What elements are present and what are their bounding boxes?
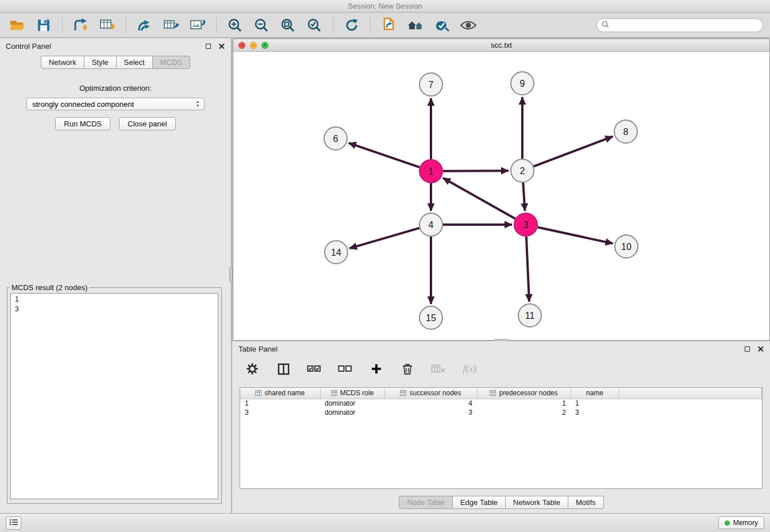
float-panel-icon[interactable] — [745, 346, 750, 352]
optimization-criterion-dropdown[interactable]: strongly connected component ▲▼ — [26, 98, 205, 110]
cell-mcds-role[interactable]: dominator — [320, 399, 384, 408]
deselect-all-icon[interactable] — [335, 360, 356, 378]
network-table-export-icon[interactable] — [161, 16, 182, 34]
add-icon[interactable] — [366, 360, 387, 378]
network-node-1[interactable]: 1 — [419, 160, 442, 183]
eye-icon[interactable] — [458, 16, 479, 34]
toolbar-separator — [333, 17, 333, 33]
network-edge-1-6[interactable] — [349, 143, 419, 167]
run-mcds-button[interactable]: Run MCDS — [55, 117, 110, 130]
tab-node-table[interactable]: Node Table — [399, 496, 453, 509]
tab-select[interactable]: Select — [117, 56, 153, 69]
network-edge-3-11[interactable] — [526, 237, 529, 302]
cell-shared-name[interactable]: 3 — [240, 408, 320, 417]
close-panel-icon[interactable]: ✕ — [757, 346, 764, 352]
column-header-mcds-role[interactable]: MCDS role — [320, 388, 384, 399]
delete-icon[interactable] — [397, 360, 418, 378]
zoom-selected-icon[interactable] — [304, 16, 325, 34]
network-node-10[interactable]: 10 — [615, 235, 638, 258]
svg-text:2: 2 — [520, 166, 525, 176]
function-icon[interactable]: f(x) — [459, 360, 480, 378]
import-table-icon[interactable] — [97, 16, 118, 34]
column-header-predecessor-nodes[interactable]: predecessor nodes — [477, 388, 571, 399]
memory-label: Memory — [733, 519, 758, 527]
memory-button[interactable]: Memory — [718, 516, 764, 529]
column-header-successor-nodes[interactable]: successor nodes — [384, 388, 477, 399]
network-edge-4-14[interactable] — [349, 228, 419, 248]
open-session-icon[interactable] — [7, 16, 28, 34]
network-edge-2-3[interactable] — [523, 183, 525, 211]
network-node-9[interactable]: 9 — [511, 72, 534, 95]
network-node-3[interactable]: 3 — [514, 213, 537, 236]
svg-text:10: 10 — [621, 242, 632, 252]
refresh-layout-icon[interactable] — [341, 16, 362, 34]
cell-successor-nodes[interactable]: 4 — [384, 399, 477, 408]
close-panel-icon[interactable]: ✕ — [218, 44, 225, 49]
tab-network[interactable]: Network — [41, 56, 84, 69]
network-node-14[interactable]: 14 — [325, 241, 348, 264]
delete-table-icon[interactable] — [428, 360, 449, 378]
home-icon[interactable] — [405, 16, 426, 34]
cell-mcds-role[interactable]: dominator — [320, 408, 384, 417]
cell-name[interactable]: 3 — [571, 408, 619, 417]
cell-successor-nodes[interactable]: 3 — [384, 408, 477, 417]
zoom-icon[interactable]: + — [261, 42, 268, 49]
cell-predecessor-nodes[interactable]: 1 — [477, 399, 571, 408]
window-titlebar: Session: New Session — [0, 0, 770, 13]
svg-text:11: 11 — [525, 311, 535, 321]
tab-motifs[interactable]: Motifs — [568, 496, 604, 509]
search-input[interactable] — [613, 21, 758, 29]
network-node-15[interactable]: 15 — [419, 306, 442, 329]
zoom-in-icon[interactable] — [225, 16, 245, 34]
split-view-icon[interactable] — [273, 360, 294, 378]
table-row[interactable]: 3 dominator 3 2 3 — [240, 408, 762, 417]
zoom-out-icon[interactable] — [251, 16, 272, 34]
network-node-11[interactable]: 11 — [518, 304, 541, 327]
cell-predecessor-nodes[interactable]: 2 — [477, 408, 571, 417]
network-node-2[interactable]: 2 — [511, 159, 534, 182]
control-panel: Control Panel ✕ Network Style Select MCD… — [0, 38, 232, 513]
gear-icon[interactable] — [242, 360, 263, 378]
dropdown-stepper-icon: ▲▼ — [194, 99, 202, 109]
tab-style[interactable]: Style — [84, 56, 117, 69]
close-icon[interactable]: × — [238, 42, 245, 49]
mcds-result-box: MCDS result (2 nodes) 1 3 — [7, 283, 222, 504]
column-header-shared-name[interactable]: shared name — [240, 388, 320, 399]
svg-text:8: 8 — [623, 127, 629, 137]
task-history-button[interactable] — [6, 516, 21, 530]
network-edge-1-2[interactable] — [443, 171, 509, 171]
table-toolbar: f(x) — [233, 358, 770, 379]
status-bar: Memory — [0, 513, 770, 532]
network-edge-3-10[interactable] — [538, 227, 613, 243]
network-edge-2-8[interactable] — [534, 136, 613, 166]
mcds-result-list[interactable]: 1 3 — [10, 293, 218, 499]
table-row[interactable]: 1 dominator 4 1 1 — [240, 399, 762, 408]
column-header-name[interactable]: name — [571, 388, 619, 399]
export-image-icon[interactable] — [187, 16, 208, 34]
tab-edge-table[interactable]: Edge Table — [453, 496, 506, 509]
network-edge-3-1[interactable] — [443, 178, 515, 219]
network-node-4[interactable]: 4 — [419, 213, 442, 236]
splitter-handle-vertical[interactable] — [229, 267, 233, 282]
tab-network-table[interactable]: Network Table — [506, 496, 568, 509]
import-network-icon[interactable] — [71, 16, 91, 34]
style-check-icon[interactable] — [432, 16, 452, 34]
network-window-titlebar[interactable]: × − + scc.txt — [233, 39, 769, 52]
new-network-icon[interactable] — [134, 16, 155, 34]
toolbar-separator — [370, 17, 371, 33]
cell-name[interactable]: 1 — [571, 399, 619, 408]
search-input-wrapper — [596, 18, 763, 32]
zoom-fit-icon[interactable] — [278, 16, 298, 34]
select-all-icon[interactable] — [304, 360, 325, 378]
close-panel-button[interactable]: Close panel — [119, 117, 176, 130]
network-node-8[interactable]: 8 — [614, 120, 637, 143]
float-panel-icon[interactable] — [206, 44, 211, 49]
network-canvas[interactable]: 7968124314101511 — [233, 52, 769, 340]
copy-network-icon[interactable] — [379, 16, 399, 34]
save-session-icon[interactable] — [33, 16, 54, 34]
network-node-7[interactable]: 7 — [419, 73, 442, 96]
minimize-icon[interactable]: − — [250, 42, 257, 49]
cell-shared-name[interactable]: 1 — [240, 399, 320, 408]
network-node-6[interactable]: 6 — [324, 127, 347, 150]
tab-mcds[interactable]: MCDS — [153, 56, 190, 69]
